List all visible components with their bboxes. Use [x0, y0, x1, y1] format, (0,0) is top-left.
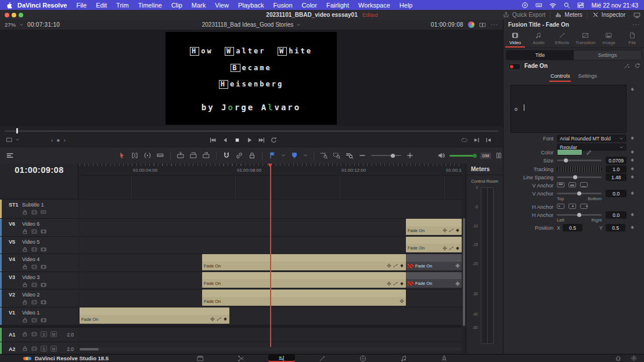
curve-icon[interactable]	[449, 246, 454, 251]
menu-mark[interactable]: Mark	[187, 2, 210, 9]
clip-fade-on[interactable]: Fade On	[202, 254, 406, 270]
slider-knob[interactable]	[573, 175, 577, 179]
lock-icon[interactable]	[22, 317, 28, 323]
quick-export-button[interactable]: Quick Export	[503, 12, 545, 18]
track-header-st1[interactable]: ST1Subtitle 1	[0, 199, 78, 218]
keyframe-diamond[interactable]	[630, 166, 635, 171]
menu-color[interactable]: Color	[297, 2, 322, 9]
anchor-option-1[interactable]	[557, 182, 564, 187]
control-tab-controls[interactable]: Controls	[551, 73, 570, 82]
timeline-vertical-scrollbar[interactable]	[462, 164, 466, 354]
film-icon[interactable]	[41, 229, 46, 234]
page-color[interactable]	[350, 354, 376, 362]
menu-clip[interactable]: Clip	[167, 2, 187, 9]
value-box[interactable]: 1.48	[606, 173, 627, 181]
lock-icon[interactable]	[22, 229, 28, 234]
lock-icon[interactable]	[22, 331, 28, 337]
clean-feed-icon[interactable]	[634, 12, 641, 19]
color-wheel-icon[interactable]	[468, 21, 474, 28]
subtab-settings[interactable]: Settings	[574, 50, 641, 60]
lock-icon[interactable]	[22, 299, 28, 305]
track-header-a2[interactable]: A2SM2.0	[0, 342, 78, 354]
eyedropper-icon[interactable]	[586, 149, 592, 155]
page-fairlight[interactable]	[390, 354, 417, 362]
track-header-v4[interactable]: V4Video 4	[0, 254, 78, 272]
playhead-marker[interactable]	[268, 164, 272, 167]
tab-image[interactable]: Image	[597, 30, 620, 48]
volume-knob[interactable]	[473, 154, 477, 158]
keyboard-icon[interactable]	[535, 2, 542, 9]
solo-button[interactable]: S	[41, 331, 47, 337]
anchor-option-3[interactable]	[580, 204, 588, 209]
zoom-fit-icon[interactable]	[320, 151, 328, 160]
clip-fade-on[interactable]: Fade On	[406, 254, 462, 270]
track-header-a1[interactable]: A1SM2.0	[0, 327, 78, 342]
film-icon[interactable]	[41, 299, 46, 305]
curve-icon[interactable]	[217, 317, 221, 321]
clip-fade-on[interactable]: Fade On	[406, 219, 462, 235]
keyframe-icon[interactable]	[223, 317, 228, 321]
chevron-down-icon[interactable]	[281, 153, 286, 158]
meters-button[interactable]: Meters	[555, 12, 582, 18]
track-header-v2[interactable]: V2Video 2	[0, 289, 78, 307]
trim-mode-icon[interactable]	[131, 151, 139, 160]
menu-fairlight[interactable]: Fairlight	[322, 2, 354, 9]
autoselect-icon[interactable]	[31, 317, 37, 323]
autoselect-icon[interactable]	[31, 247, 37, 252]
effect-enable-toggle[interactable]	[508, 63, 521, 70]
insert-clip-icon[interactable]	[177, 151, 185, 160]
transform-icon[interactable]	[387, 281, 391, 286]
menu-help[interactable]: Help	[395, 2, 418, 9]
transform-icon[interactable]	[210, 317, 215, 321]
subtitle-icon[interactable]	[41, 209, 46, 215]
viewer-scale-control[interactable]	[6, 133, 20, 147]
menu-trim[interactable]: Trim	[111, 2, 134, 9]
keyframe-icon[interactable]	[455, 228, 460, 233]
speaker-icon[interactable]	[437, 151, 445, 160]
clip-fade-on[interactable]: Fade On	[406, 272, 462, 288]
anchor-option-2[interactable]	[569, 204, 576, 209]
razor-icon[interactable]	[156, 151, 164, 160]
replace-clip-icon[interactable]	[202, 151, 210, 160]
vertical-scrollbar-thumb[interactable]	[463, 218, 465, 326]
horizontal-scrollbar-thumb[interactable]	[80, 348, 99, 350]
autoselect-icon[interactable]	[31, 331, 37, 337]
prev-marker-button[interactable]: ‹	[51, 137, 53, 143]
wifi-icon[interactable]	[549, 2, 556, 9]
autoselect-icon[interactable]	[31, 229, 37, 234]
tab-audio[interactable]: Audio	[527, 30, 550, 48]
autoselect-icon[interactable]	[31, 299, 37, 305]
lock-icon[interactable]	[22, 209, 28, 215]
menubar-clock[interactable]: Mié 22 nov 21:43	[591, 2, 638, 9]
autoselect-icon[interactable]	[31, 264, 37, 270]
slider-track[interactable]	[557, 176, 602, 178]
tab-file[interactable]: File	[621, 30, 644, 48]
volume-slider[interactable]	[449, 155, 476, 157]
title-text-input[interactable]: o	[510, 85, 627, 133]
record-timecode[interactable]: 01:00:09:08	[431, 21, 463, 28]
transform-icon[interactable]	[400, 299, 404, 303]
keyframe-wand-icon[interactable]	[624, 63, 630, 69]
menu-fusion[interactable]: Fusion	[269, 2, 297, 9]
lock-icon[interactable]	[22, 282, 28, 288]
curve-icon[interactable]	[393, 263, 398, 268]
reset-icon[interactable]	[634, 63, 641, 69]
settings-gear-icon[interactable]	[631, 355, 637, 361]
page-media[interactable]	[187, 354, 214, 362]
link-icon[interactable]	[235, 151, 243, 160]
play-around-button[interactable]	[473, 136, 480, 144]
viewer-options-menu[interactable]: ···	[491, 21, 498, 28]
keyframe-diamond[interactable]	[630, 150, 635, 154]
go-to-end-button[interactable]	[258, 136, 265, 144]
clip-fade-on[interactable]: Fade On	[80, 307, 229, 324]
subtab-title[interactable]: Title	[506, 50, 574, 60]
value-box[interactable]: 1.0	[606, 165, 627, 173]
value-box[interactable]: 0.0709	[606, 157, 627, 164]
keyframe-diamond[interactable]	[630, 87, 635, 92]
flag-icon[interactable]	[268, 151, 276, 160]
step-back-button[interactable]	[221, 136, 229, 144]
menu-edit[interactable]: Edit	[91, 2, 111, 9]
clip-fade-on[interactable]: Fade On	[202, 272, 406, 288]
film-icon[interactable]	[41, 247, 46, 252]
track-header-v5[interactable]: V5Video 5	[0, 236, 78, 254]
